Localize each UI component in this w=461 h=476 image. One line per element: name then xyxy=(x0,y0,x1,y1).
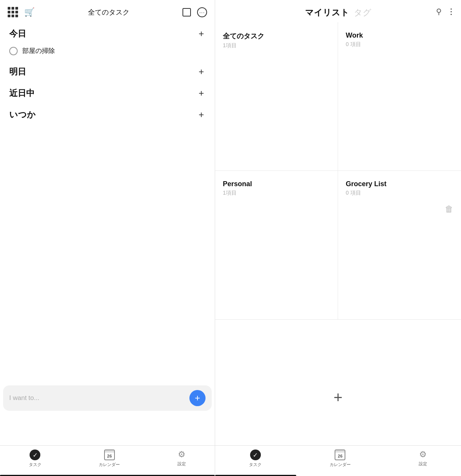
task-input-area: I want to... + xyxy=(3,385,212,411)
calendar-icon-right: 26 xyxy=(335,450,345,460)
task-input-placeholder[interactable]: I want to... xyxy=(9,394,189,402)
calendar-day-left: 26 xyxy=(107,454,112,458)
section-title-soon: 近日中 xyxy=(9,88,35,99)
nav-tasks-left[interactable]: ✓ タスク xyxy=(29,450,41,468)
nav-calendar-left[interactable]: 26 カレンダー xyxy=(99,450,120,468)
header-title: 全てのタスク xyxy=(41,8,176,17)
list-cell-all-tasks[interactable]: 全てのタスク 1項目 xyxy=(215,22,338,171)
section-title-today: 今日 xyxy=(9,28,26,40)
search-icon[interactable]: ⚲ xyxy=(436,7,442,16)
add-today-button[interactable]: + xyxy=(197,28,206,39)
nav-settings-label-right: 設定 xyxy=(419,461,427,467)
nav-settings-right[interactable]: ⚙ 設定 xyxy=(419,450,427,467)
calendar-day-right: 26 xyxy=(338,454,342,458)
right-header-icons: ⚲ ⋮ xyxy=(436,7,455,16)
more-options-icon[interactable]: ⋮ xyxy=(447,7,455,16)
right-bottom-nav-wrapper: ✓ タスク 26 カレンダー ⚙ 設定 xyxy=(215,445,461,476)
right-nav-bar: ✓ タスク 26 カレンダー ⚙ 設定 xyxy=(215,445,461,476)
task-circle-0[interactable] xyxy=(9,47,18,55)
calendar-icon-left: 26 xyxy=(104,450,115,460)
left-panel: 🛒 全てのタスク ··· 今日 + 部屋の掃除 明日 + 近日中 + いつか +… xyxy=(0,0,215,476)
nav-calendar-right[interactable]: 26 カレンダー xyxy=(330,450,351,468)
basket-icon[interactable]: 🛒 xyxy=(24,7,35,17)
list-cell-personal[interactable]: Personal 1項目 xyxy=(215,171,338,319)
nav-calendar-label-right: カレンダー xyxy=(330,462,351,468)
section-soon: 近日中 + xyxy=(0,81,215,102)
list-count-work: 0 項目 xyxy=(346,41,453,48)
section-title-someday: いつか xyxy=(9,109,36,121)
section-someday: いつか + xyxy=(0,102,215,124)
add-soon-button[interactable]: + xyxy=(197,88,206,99)
nav-tasks-label-right: タスク xyxy=(249,462,262,468)
tasks-check-icon: ✓ xyxy=(30,450,40,460)
list-count-all-tasks: 1項目 xyxy=(223,42,330,49)
list-name-grocery: Grocery List xyxy=(346,180,453,188)
section-today: 今日 + xyxy=(0,21,215,43)
left-nav-bar: ✓ タスク 26 カレンダー ⚙ 設定 xyxy=(0,445,215,476)
list-count-grocery: 0 項目 xyxy=(346,190,453,197)
nav-calendar-label-left: カレンダー xyxy=(99,462,120,468)
task-item-0: 部屋の掃除 xyxy=(0,43,215,59)
nav-tasks-right[interactable]: ✓ タスク xyxy=(249,450,262,468)
add-tomorrow-button[interactable]: + xyxy=(197,66,206,77)
nav-tasks-label-left: タスク xyxy=(29,462,41,468)
list-grid: 全てのタスク 1項目 Work 0 項目 Personal 1項目 Grocer… xyxy=(215,22,461,476)
right-panel: マイリスト タグ ⚲ ⋮ 全てのタスク 1項目 Work 0 項目 Person… xyxy=(215,0,461,476)
tasks-check-icon-right: ✓ xyxy=(250,450,261,460)
nav-settings-label-left: 設定 xyxy=(177,461,186,467)
add-list-plus-icon: + xyxy=(333,389,342,406)
right-title: マイリスト xyxy=(305,7,349,18)
right-subtitle: タグ xyxy=(354,7,371,18)
left-header: 🛒 全てのタスク ··· xyxy=(0,0,215,21)
list-cell-work[interactable]: Work 0 項目 xyxy=(338,22,461,171)
fab-add-button[interactable]: + xyxy=(189,390,206,406)
grid-icon[interactable] xyxy=(8,7,18,17)
list-cell-grocery[interactable]: Grocery List 0 項目 🗑 xyxy=(338,171,461,319)
right-header: マイリスト タグ ⚲ ⋮ xyxy=(215,0,461,22)
more-icon[interactable]: ··· xyxy=(197,7,207,17)
left-bottom-nav: ✓ タスク 26 カレンダー ⚙ 設定 xyxy=(0,445,215,476)
gear-icon-right: ⚙ xyxy=(419,450,427,459)
section-tomorrow: 明日 + xyxy=(0,59,215,81)
add-someday-button[interactable]: + xyxy=(197,109,206,120)
list-name-personal: Personal xyxy=(223,180,330,188)
list-count-personal: 1項目 xyxy=(223,190,330,197)
trash-icon[interactable]: 🗑 xyxy=(445,204,453,214)
list-name-all-tasks: 全てのタスク xyxy=(223,31,330,41)
task-text-0: 部屋の掃除 xyxy=(22,46,55,55)
list-name-work: Work xyxy=(346,31,453,40)
section-title-tomorrow: 明日 xyxy=(9,66,26,78)
nav-settings-left[interactable]: ⚙ 設定 xyxy=(177,450,186,467)
square-icon[interactable] xyxy=(182,8,191,17)
gear-icon-left: ⚙ xyxy=(178,450,186,459)
